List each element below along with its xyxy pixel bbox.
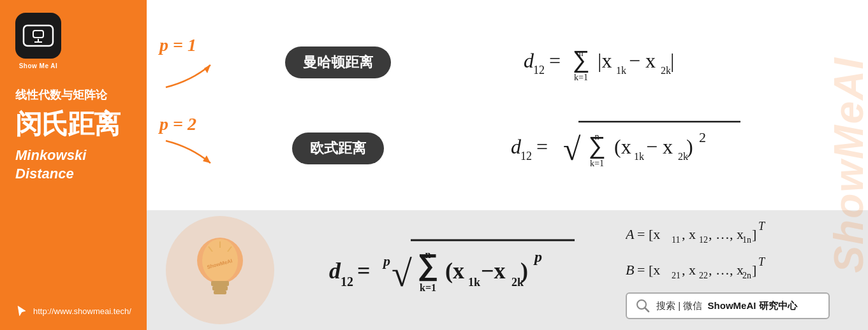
- svg-text:p: p: [382, 253, 390, 269]
- main-content: ShowMeAI p = 1 p = 2: [147, 0, 868, 330]
- matrix-a-svg: A = [x 11 , x 12 , …, x 1n ] T: [626, 221, 823, 245]
- main-title: 闵氏距离: [15, 110, 120, 139]
- svg-line-74: [645, 308, 649, 312]
- eng-title-line2: Distance: [15, 166, 74, 182]
- formula2-block: d 12 = √ n ∑ k=1 (x 1k −: [421, 110, 830, 180]
- svg-text:, …, x: , …, x: [709, 226, 744, 242]
- arrows-col: p = 1 p = 2: [147, 0, 274, 210]
- svg-text:1k: 1k: [634, 151, 644, 162]
- logo-label: Show Me AI: [19, 62, 58, 69]
- svg-text:12: 12: [341, 275, 353, 289]
- svg-text:12: 12: [699, 235, 708, 245]
- cursor-icon: [15, 305, 28, 317]
- svg-text:B: B: [626, 262, 634, 278]
- top-section: p = 1 p = 2 曼哈顿距离 欧式: [147, 0, 868, 210]
- svg-text:T: T: [758, 221, 766, 233]
- svg-rect-36: [211, 281, 229, 286]
- svg-text:A: A: [626, 226, 635, 242]
- sidebar: Show Me AI 线性代数与矩阵论 闵氏距离 Minkowski Dista…: [0, 0, 147, 330]
- svg-text:−x: −x: [481, 258, 506, 283]
- svg-text:2k: 2k: [661, 65, 671, 76]
- svg-text:k=1: k=1: [574, 73, 588, 82]
- svg-text:]: ]: [752, 226, 756, 242]
- logo-box: [15, 13, 61, 59]
- formula1-block: d 12 = n ∑ k=1 |x 1k − x 2k |: [421, 31, 830, 88]
- svg-text:|: |: [670, 49, 674, 72]
- logo-container: Show Me AI: [15, 13, 61, 69]
- bottom-right-info: A = [x 11 , x 12 , …, x 1n ] T B = [x: [626, 221, 868, 319]
- svg-text:, …, x: , …, x: [709, 262, 744, 278]
- general-formula-svg: d 12 = p √ n ∑ k=1 (x 1k −x: [323, 222, 578, 318]
- svg-text:|x: |x: [598, 49, 612, 72]
- pills-col: 曼哈顿距离 欧式距离: [274, 0, 402, 210]
- svg-text:d: d: [329, 258, 341, 283]
- svg-text:21: 21: [672, 271, 680, 280]
- svg-text:=: =: [549, 49, 561, 72]
- svg-text:12: 12: [533, 64, 545, 76]
- svg-text:]: ]: [752, 262, 756, 278]
- formulas-col: d 12 = n ∑ k=1 |x 1k − x 2k |: [402, 0, 868, 210]
- svg-text:, x: , x: [682, 262, 696, 278]
- website-url: http://www.showmeai.tech/: [33, 306, 131, 316]
- p1-group: p = 1: [159, 35, 223, 96]
- pill1: 曼哈顿距离: [285, 47, 391, 78]
- svg-rect-0: [24, 25, 53, 46]
- formula2-svg: d 12 = √ n ∑ k=1 (x 1k −: [504, 110, 747, 180]
- svg-text:∑: ∑: [572, 46, 589, 73]
- bottom-inner: ShowMeAI d 12 = p √ n: [147, 210, 868, 330]
- svg-text:): ): [686, 135, 693, 158]
- svg-text:=: =: [357, 258, 371, 283]
- svg-text:T: T: [758, 257, 766, 268]
- search-brand: ShowMeAI 研究中心: [708, 300, 797, 311]
- lightbulb-icon: ShowMeAI: [182, 229, 258, 312]
- svg-rect-38: [214, 291, 226, 294]
- search-icon: [636, 299, 650, 313]
- p2-label: p = 2: [159, 114, 223, 134]
- svg-text:1k: 1k: [616, 65, 626, 76]
- svg-text:): ): [520, 258, 528, 283]
- pill2: 欧式距离: [292, 133, 384, 164]
- p1-label: p = 1: [159, 35, 223, 55]
- svg-text:k=1: k=1: [419, 282, 436, 293]
- svg-text:1k: 1k: [468, 276, 480, 289]
- svg-text:22: 22: [699, 271, 708, 280]
- svg-text:2: 2: [699, 129, 706, 145]
- website-link[interactable]: http://www.showmeai.tech/: [15, 305, 131, 317]
- svg-text:1n: 1n: [742, 235, 751, 245]
- svg-marker-4: [204, 65, 210, 73]
- svg-text:, x: , x: [682, 226, 696, 242]
- top-inner: p = 1 p = 2 曼哈顿距离 欧式: [147, 0, 868, 210]
- svg-text:p: p: [533, 248, 542, 265]
- search-text: 搜索 | 微信 ShowMeAI 研究中心: [656, 300, 797, 312]
- matrix-b-svg: B = [x 21 , x 22 , …, x 2n ] T: [626, 257, 823, 281]
- search-prefix: 搜索 | 微信: [656, 300, 702, 311]
- subtitle: 线性代数与矩阵论: [15, 87, 107, 103]
- eng-title: Minkowski Distance: [15, 147, 86, 183]
- svg-text:− x: − x: [629, 49, 656, 72]
- svg-text:k=1: k=1: [590, 159, 604, 168]
- svg-text:12: 12: [520, 150, 532, 162]
- svg-text:√: √: [563, 131, 581, 167]
- p2-arrow: [159, 134, 223, 173]
- svg-rect-37: [212, 286, 228, 291]
- svg-text:(x: (x: [445, 258, 464, 283]
- general-formula-section: d 12 = p √ n ∑ k=1 (x 1k −x: [274, 216, 626, 324]
- svg-text:= [x: = [x: [637, 262, 660, 278]
- logo-icon: [22, 24, 54, 47]
- matrix-A: A = [x 11 , x 12 , …, x 1n ] T: [626, 221, 830, 248]
- p2-group: p = 2: [159, 114, 223, 175]
- svg-text:(x: (x: [614, 135, 631, 158]
- svg-text:∑: ∑: [588, 132, 605, 159]
- search-box[interactable]: 搜索 | 微信 ShowMeAI 研究中心: [626, 292, 830, 319]
- p1-arrow: [159, 55, 223, 94]
- svg-text:√: √: [392, 253, 412, 294]
- eng-title-line1: Minkowski: [15, 147, 86, 163]
- svg-text:− x: − x: [646, 135, 673, 158]
- svg-marker-5: [203, 155, 210, 163]
- svg-text:= [x: = [x: [637, 226, 660, 242]
- bottom-section: ShowMeAI d 12 = p √ n: [147, 210, 868, 330]
- svg-text:2n: 2n: [742, 271, 751, 280]
- svg-text:11: 11: [672, 235, 680, 245]
- svg-text:∑: ∑: [417, 248, 438, 282]
- svg-rect-1: [33, 31, 43, 38]
